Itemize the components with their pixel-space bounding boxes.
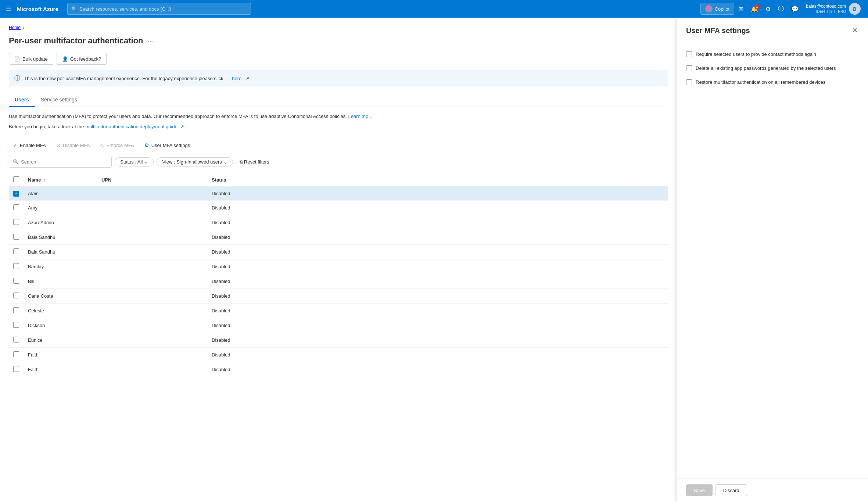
row-checkbox[interactable] — [13, 307, 19, 313]
feedback-button[interactable]: 👤 Got feedback? — [57, 53, 107, 65]
feedback-label: Got feedback? — [70, 56, 101, 62]
user-avatar[interactable]: B — [849, 3, 861, 15]
panel-option-require-contact: Require selected users to provide contac… — [686, 51, 859, 58]
user-role: IDENTITY IT PRO — [806, 9, 846, 14]
row-checkbox[interactable] — [13, 366, 19, 372]
table-row[interactable]: Carla Costa Disabled — [9, 288, 668, 303]
col-header-upn[interactable]: UPN — [97, 173, 207, 187]
panel-option-checkbox-delete-passwords[interactable] — [686, 65, 692, 71]
table-row[interactable]: Barclay Disabled — [9, 259, 668, 274]
row-name: Bala Sandhu — [24, 230, 97, 244]
view-filter-button[interactable]: View : Sign-in allowed users ⌄ — [157, 157, 233, 166]
table-row[interactable]: Dickson Disabled — [9, 318, 668, 333]
user-email: balas@contoso.com — [806, 4, 846, 10]
discard-button[interactable]: Discard — [715, 484, 747, 496]
breadcrumb-home[interactable]: Home — [9, 25, 21, 30]
search-box[interactable]: 🔍 — [9, 156, 112, 168]
disable-mfa-label: Disable MFA — [63, 143, 90, 148]
row-checkbox[interactable] — [13, 204, 19, 210]
panel-close-button[interactable]: ✕ — [851, 25, 859, 36]
global-search-input[interactable] — [79, 6, 247, 12]
table-row[interactable]: Eunice Disabled — [9, 333, 668, 347]
table-row[interactable]: Celeste Disabled — [9, 303, 668, 318]
row-name: Amy — [24, 200, 97, 215]
status-filter-button[interactable]: Status : All ⌄ — [115, 157, 154, 166]
row-name: Eunice — [24, 333, 97, 347]
row-upn — [97, 303, 207, 318]
guide-link[interactable]: multifactor authentication deployment gu… — [85, 123, 184, 130]
table-row[interactable]: Bala Sandhu Disabled — [9, 230, 668, 244]
row-name: Dickson — [24, 318, 97, 333]
top-navigation: ☰ Microsoft Azure 🔍 Copilot ✉ 🔔 1 ⚙ ⓘ 💬 … — [0, 0, 868, 18]
table-row[interactable]: Alain Disabled — [9, 187, 668, 201]
row-checkbox[interactable] — [13, 263, 19, 269]
col-header-status[interactable]: Status — [207, 173, 668, 187]
bulk-update-button[interactable]: 📄 Bulk update — [9, 53, 53, 65]
learn-more-link[interactable]: Learn mo... — [348, 114, 372, 119]
row-checkbox[interactable] — [13, 219, 19, 225]
row-checkbox[interactable] — [13, 322, 19, 328]
toolbar: 📄 Bulk update 👤 Got feedback? — [9, 53, 668, 65]
hamburger-menu[interactable]: ☰ — [4, 4, 12, 14]
row-checkbox[interactable] — [13, 234, 19, 240]
view-filter-chevron: ⌄ — [223, 159, 227, 165]
row-status: Disabled — [207, 230, 668, 244]
row-status: Disabled — [207, 259, 668, 274]
user-profile-section[interactable]: balas@contoso.com IDENTITY IT PRO B — [803, 1, 864, 16]
title-more-button[interactable]: ··· — [148, 37, 153, 45]
row-checkbox[interactable] — [13, 248, 19, 254]
row-name: AzureAdmin — [24, 215, 97, 230]
row-checkbox[interactable] — [13, 191, 19, 197]
settings-icon[interactable]: ⚙ — [763, 3, 774, 15]
row-name: Celeste — [24, 303, 97, 318]
row-name: Bill — [24, 274, 97, 288]
enable-mfa-button[interactable]: ✓ Enable MFA — [9, 140, 50, 150]
panel-option-checkbox-require-contact[interactable] — [686, 51, 692, 57]
row-upn — [97, 288, 207, 303]
table-row[interactable]: Bill Disabled — [9, 274, 668, 288]
search-icon: 🔍 — [71, 6, 77, 12]
page-title-row: Per-user multifactor authentication ··· — [9, 36, 668, 46]
row-name: Faith — [24, 362, 97, 377]
copilot-button[interactable]: Copilot — [700, 3, 734, 15]
help-icon[interactable]: ⓘ — [775, 2, 787, 16]
table-row[interactable]: Bala Sandhu Disabled — [9, 244, 668, 259]
global-search-box[interactable]: 🔍 — [67, 3, 251, 15]
left-pane: Home › Per-user multifactor authenticati… — [0, 18, 677, 502]
enable-mfa-icon: ✓ — [13, 142, 18, 148]
table-row[interactable]: Amy Disabled — [9, 200, 668, 215]
tab-users-label: Users — [15, 97, 29, 103]
info-banner-icon: ⓘ — [14, 75, 20, 82]
panel-option-label-delete-passwords: Delete all existing app passwords genera… — [696, 65, 836, 72]
info-banner-text: This is the new per-user MFA management … — [24, 76, 223, 81]
reset-filters-button[interactable]: ⎗ Reset filters — [236, 158, 273, 166]
row-checkbox[interactable] — [13, 293, 19, 298]
row-status: Disabled — [207, 288, 668, 303]
row-status: Disabled — [207, 274, 668, 288]
disable-mfa-button[interactable]: ⊘ Disable MFA — [52, 140, 94, 150]
row-checkbox[interactable] — [13, 337, 19, 343]
select-all-checkbox[interactable] — [13, 176, 19, 182]
tabs-container: Users Service settings — [9, 94, 668, 107]
row-checkbox[interactable] — [13, 351, 19, 357]
col-header-name[interactable]: Name ↑ — [24, 173, 97, 187]
email-icon[interactable]: ✉ — [736, 3, 746, 15]
user-mfa-settings-button[interactable]: ⚙ User MFA settings — [140, 140, 194, 150]
table-row[interactable]: Faith Disabled — [9, 347, 668, 362]
feedback-icon[interactable]: 💬 — [788, 3, 801, 15]
search-input[interactable] — [21, 159, 108, 165]
panel-option-checkbox-restore-mfa[interactable] — [686, 79, 692, 85]
notifications-icon[interactable]: 🔔 1 — [748, 3, 761, 15]
tab-service-settings-label: Service settings — [41, 97, 77, 103]
breadcrumb: Home › — [9, 25, 668, 30]
enforce-mfa-button[interactable]: ◇ Enforce MFA — [96, 140, 139, 150]
tab-service-settings[interactable]: Service settings — [35, 94, 83, 107]
info-banner-link[interactable]: here — [232, 76, 241, 81]
row-checkbox[interactable] — [13, 278, 19, 284]
enforce-mfa-icon: ◇ — [100, 142, 104, 148]
save-button[interactable]: Save — [686, 484, 713, 496]
view-filter-label: View : Sign-in allowed users — [162, 159, 222, 165]
table-row[interactable]: AzureAdmin Disabled — [9, 215, 668, 230]
tab-users[interactable]: Users — [9, 94, 35, 107]
table-row[interactable]: Faith Disabled — [9, 362, 668, 377]
